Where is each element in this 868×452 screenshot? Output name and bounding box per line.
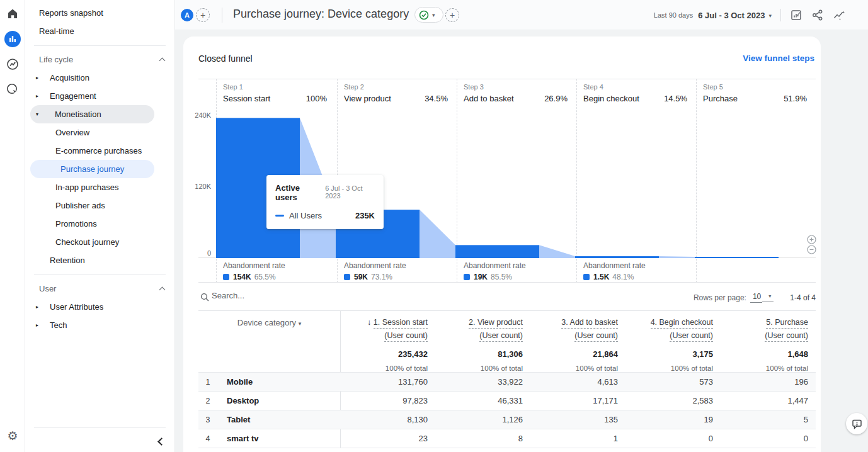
sort-arrow-icon: ↓ [367,318,374,327]
series-swatch-icon [344,274,350,280]
column-header-subtitle[interactable]: (User count) [574,331,618,342]
row-index: 1 [200,373,216,392]
row-index: 4 [200,429,216,448]
advertising-icon [6,82,20,96]
column-header-title[interactable]: 2. View product [469,318,523,329]
step-rate: 100% [306,94,327,103]
sidebar-item-promotions[interactable]: Promotions [25,215,174,233]
explore-nav-button[interactable] [0,52,25,77]
sidebar-item-in-app-purchases[interactable]: In-app purchases [25,178,174,196]
explore-icon [6,57,20,71]
series-swatch-icon [223,274,229,280]
search-input[interactable] [212,291,401,300]
sidebar-item-reports-snapshot[interactable]: Reports snapshot [25,4,174,22]
sidebar-item-overview[interactable]: Overview [25,123,174,142]
y-axis-tick: 240K [183,111,211,119]
sidebar-item-purchase-journey-selected[interactable]: Purchase journey [30,160,154,178]
reports-nav-button[interactable] [0,26,25,52]
sidebar-item-checkout-journey[interactable]: Checkout journey [25,233,174,251]
column-header-subtitle[interactable]: (User count) [479,331,523,342]
funnel-type-label: Closed funnel [198,54,253,64]
column-header-title[interactable]: 4. Begin checkout [651,318,713,329]
column-header-title[interactable]: 1. Session start [374,318,428,329]
sidebar-item-real-time[interactable]: Real-time [25,22,174,40]
section-label: Life cycle [39,55,73,64]
sidebar-section-user[interactable]: User [25,280,174,298]
zoom-in-button[interactable] [807,235,816,244]
property-avatar[interactable]: A [181,9,193,21]
funnel-transition [539,245,575,258]
step-rate: 51.9% [784,94,807,103]
date-preset-label: Last 90 days [654,11,693,19]
sidebar-item-label: Acquisition [50,73,89,82]
nav-divider [34,427,166,428]
abandonment-cell: Abandonment rate 154K65.5% [216,261,336,281]
abandonment-cell: Abandonment rate 59K73.1% [337,261,457,281]
sidebar-item-engagement[interactable]: ▸Engagement [25,87,174,105]
row-index: 2 [200,392,216,410]
advertising-nav-button[interactable] [0,77,25,102]
sidebar-item-monetisation[interactable]: ▾Monetisation [30,105,154,123]
y-axis-tick: 0 [183,249,211,257]
column-header-subtitle[interactable]: (User count) [670,331,713,342]
row-dimension: Desktop [227,392,259,410]
expand-arrow-icon: ▸ [36,316,38,334]
row-value: 573 [625,373,721,392]
column-total-pct: 100% of total [721,364,808,372]
date-range-selector[interactable]: 6 Jul - 3 Oct 2023 [698,11,765,20]
admin-gear-button[interactable]: ⚙ [0,429,25,443]
add-report-tab-button[interactable]: + [445,8,459,22]
customise-report-button[interactable] [790,9,802,21]
step-name: View product [344,94,391,103]
nav-divider [34,274,166,275]
dimension-header-label: Device category [237,318,296,327]
feedback-button[interactable] [846,413,867,434]
column-header-title[interactable]: 3. Add to basket [561,318,618,329]
row-value: 97,823 [340,392,435,410]
sidebar-item-tech[interactable]: ▸Tech [25,316,174,334]
chevron-up-icon [159,58,166,64]
add-comparison-button[interactable]: + [196,8,210,22]
header-divider [780,9,781,21]
series-dash-icon [275,215,284,217]
report-status-pill[interactable]: ▾ [414,7,443,23]
sidebar-section-life-cycle[interactable]: Life cycle [25,51,174,69]
funnel-bar[interactable] [455,245,539,258]
insights-button[interactable] [833,9,845,21]
table-row: 4 smart tv 23 8 1 0 0 [198,429,816,448]
row-dimension: Mobile [227,373,253,392]
column-header-subtitle[interactable]: (User count) [765,331,808,342]
zoom-out-button[interactable] [807,245,816,254]
sidebar-item-publisher-ads[interactable]: Publisher ads [25,196,174,215]
row-value: 46,331 [435,392,530,410]
sidebar-item-acquisition[interactable]: ▸Acquisition [25,69,174,87]
abandonment-rate: 48.1% [612,273,634,281]
collapse-sidebar-chevron[interactable] [157,438,166,446]
column-header-subtitle[interactable]: (User count) [384,331,428,342]
view-funnel-steps-link[interactable]: View funnel steps [743,54,814,63]
chevron-down-icon[interactable]: ▾ [762,293,774,302]
row-value: 5 [721,410,816,429]
column-total-pct: 100% of total [530,364,618,372]
column-total: 1,648 [721,349,808,359]
column-total-pct: 100% of total [340,364,428,372]
sidebar-item-label: Promotions [55,219,97,229]
report-content-area: Closed funnel View funnel steps Step 1 S… [175,30,868,452]
column-header-title[interactable]: 5. Purchase [766,318,808,329]
series-swatch-icon [464,274,470,280]
abandonment-label: Abandonment rate [583,261,696,270]
table-row: 3 Tablet 8,130 1,126 135 19 5 [198,410,816,429]
home-nav-button[interactable] [0,1,25,26]
column-total: 235,432 [340,349,428,359]
share-report-button[interactable] [811,9,824,21]
rows-per-page-select[interactable]: 10 [750,292,762,303]
row-value: 131,760 [340,373,435,392]
share-icon [811,9,824,21]
rows-per-page-label: Rows per page: [694,293,746,302]
sidebar-item-user-attributes[interactable]: ▸User Attributes [25,298,174,316]
column-total-pct: 100% of total [625,364,713,372]
abandonment-label: Abandonment rate [223,261,336,270]
sidebar-item-ecommerce-purchases[interactable]: E-commerce purchases [25,142,174,160]
sidebar-item-retention[interactable]: Retention [25,251,174,269]
dimension-header-dropdown[interactable]: Device category ▾ [198,318,340,327]
